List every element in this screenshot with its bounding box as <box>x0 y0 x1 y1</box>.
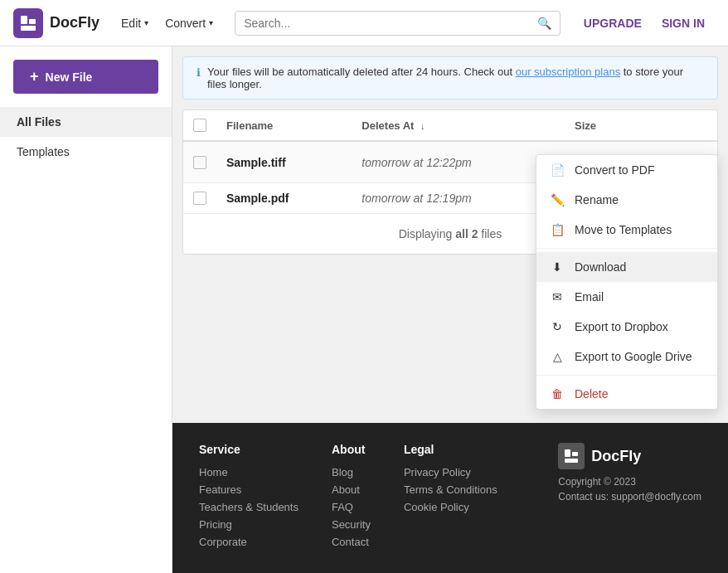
export-dropbox-label: Export to Dropbox <box>575 320 668 333</box>
footer-link-security[interactable]: Security <box>332 518 371 531</box>
row2-deletes-at: tomorrow at 12:19pm <box>362 192 471 205</box>
delete-icon: 🗑 <box>550 387 565 401</box>
convert-label: Convert <box>165 17 206 30</box>
deletes-at-label: Deletes At <box>362 119 414 132</box>
upgrade-button[interactable]: UPGRADE <box>574 10 652 36</box>
row2-checkbox[interactable] <box>193 192 206 205</box>
footer-grid: Service Home Features Teachers & Student… <box>199 443 701 553</box>
row1-checkbox[interactable] <box>193 156 206 169</box>
footer-contact: Contact us: support@docfly.com <box>558 491 701 503</box>
footer-link-pricing[interactable]: Pricing <box>199 518 298 531</box>
subscription-plans-link[interactable]: our subscription plans <box>516 66 620 78</box>
sidebar-item-templates[interactable]: Templates <box>0 137 172 167</box>
search-box: 🔍 <box>235 11 561 36</box>
row2-deletes-at-cell: tomorrow at 12:19pm <box>352 183 565 214</box>
move-templates-label: Move to Templates <box>575 223 672 236</box>
convert-button[interactable]: Convert ▾ <box>157 10 221 36</box>
rename-label: Rename <box>575 193 619 206</box>
display-suffix: files <box>478 227 502 240</box>
layout: + New File All Files Templates ℹ Your fi… <box>0 46 728 573</box>
svg-rect-2 <box>21 26 36 31</box>
select-all-checkbox[interactable] <box>193 119 206 132</box>
header: DocFly Edit ▾ Convert ▾ 🔍 UPGRADE SIGN I… <box>0 0 728 46</box>
sidebar-item-all-files-label: All Files <box>17 115 61 129</box>
deletes-at-header[interactable]: Deletes At ↓ <box>352 110 565 141</box>
download-icon: ⬇ <box>550 260 565 274</box>
footer-legal-title: Legal <box>404 443 497 456</box>
display-prefix: Displaying <box>399 227 455 240</box>
footer-service-title: Service <box>199 443 298 456</box>
edit-label: Edit <box>121 17 141 30</box>
sidebar: + New File All Files Templates <box>0 46 172 573</box>
context-menu-item-email[interactable]: ✉ Email <box>536 282 717 312</box>
edit-chevron-icon: ▾ <box>144 18 148 27</box>
footer-copyright: Copyright © 2023 <box>558 476 701 488</box>
svg-rect-0 <box>21 16 27 24</box>
sidebar-item-all-files[interactable]: All Files <box>0 107 172 137</box>
row2-filename-cell: Sample.pdf <box>216 183 352 214</box>
footer-col-about: About Blog About FAQ Security Contact <box>332 443 371 553</box>
email-label: Email <box>575 290 604 303</box>
context-menu-divider-1 <box>536 248 717 249</box>
footer-about-title: About <box>332 443 371 456</box>
new-file-button[interactable]: + New File <box>13 60 158 94</box>
logo[interactable]: DocFly <box>13 8 99 38</box>
footer-link-faq[interactable]: FAQ <box>332 501 371 513</box>
context-menu-item-move-templates[interactable]: 📋 Move to Templates <box>536 215 717 245</box>
info-message: Your files will be automatically deleted… <box>207 66 704 90</box>
new-file-plus-icon: + <box>30 68 39 85</box>
context-menu-item-convert[interactable]: 📄 Convert to PDF <box>536 155 717 185</box>
footer-link-teachers[interactable]: Teachers & Students <box>199 501 298 513</box>
upgrade-label: UPGRADE <box>584 17 642 30</box>
footer-logo: DocFly <box>558 443 701 469</box>
footer-link-features[interactable]: Features <box>199 483 298 496</box>
info-icon: ℹ <box>197 66 201 79</box>
footer-link-about[interactable]: About <box>332 483 371 496</box>
sort-icon: ↓ <box>420 121 425 131</box>
context-menu-item-export-google[interactable]: △ Export to Google Drive <box>536 342 717 371</box>
convert-chevron-icon: ▾ <box>209 18 213 27</box>
footer-link-privacy[interactable]: Privacy Policy <box>404 466 497 478</box>
footer-link-blog[interactable]: Blog <box>332 466 371 478</box>
signin-label: SIGN IN <box>662 17 705 30</box>
footer: Service Home Features Teachers & Student… <box>172 423 728 573</box>
footer-col-legal: Legal Privacy Policy Terms & Conditions … <box>404 443 497 553</box>
size-header-label: Size <box>575 119 596 132</box>
footer-link-terms[interactable]: Terms & Conditions <box>404 483 497 496</box>
signin-button[interactable]: SIGN IN <box>652 10 715 36</box>
email-icon: ✉ <box>550 290 565 303</box>
context-menu-item-export-dropbox[interactable]: ↻ Export to Dropbox <box>536 312 717 342</box>
context-menu-item-delete[interactable]: 🗑 Delete <box>536 379 717 409</box>
footer-brand: DocFly Copyright © 2023 Contact us: supp… <box>558 443 701 553</box>
search-icon: 🔍 <box>537 17 551 30</box>
footer-logo-svg <box>563 448 580 464</box>
context-menu-item-download[interactable]: ⬇ Download <box>536 252 717 282</box>
footer-link-corporate[interactable]: Corporate <box>199 536 298 548</box>
main-content: ℹ Your files will be automatically delet… <box>172 46 728 573</box>
footer-col-service: Service Home Features Teachers & Student… <box>199 443 298 553</box>
footer-link-cookie[interactable]: Cookie Policy <box>404 501 497 513</box>
edit-button[interactable]: Edit ▾ <box>113 10 157 36</box>
google-drive-icon: △ <box>550 350 565 363</box>
footer-logo-icon <box>558 443 585 469</box>
size-header: Size <box>565 110 668 141</box>
context-menu-item-rename[interactable]: ✏️ Rename <box>536 185 717 215</box>
search-input[interactable] <box>244 17 537 30</box>
convert-pdf-label: Convert to PDF <box>575 163 654 177</box>
dropbox-icon: ↻ <box>550 320 565 333</box>
row1-filename-cell: Sample.tiff <box>216 141 352 183</box>
logo-svg <box>19 14 37 32</box>
svg-rect-3 <box>565 449 570 457</box>
filename-header-label: Filename <box>226 119 273 132</box>
actions-header <box>668 110 717 141</box>
rename-icon: ✏️ <box>550 193 565 206</box>
context-menu-divider-2 <box>536 375 717 376</box>
footer-link-contact[interactable]: Contact <box>332 536 371 548</box>
row1-deletes-at: tomorrow at 12:22pm <box>362 156 471 169</box>
filename-header: Filename <box>216 110 352 141</box>
move-templates-icon: 📋 <box>550 223 565 236</box>
new-file-label: New File <box>46 70 93 84</box>
sidebar-item-templates-label: Templates <box>17 145 70 158</box>
convert-pdf-icon: 📄 <box>550 163 565 177</box>
footer-link-home[interactable]: Home <box>199 466 298 478</box>
